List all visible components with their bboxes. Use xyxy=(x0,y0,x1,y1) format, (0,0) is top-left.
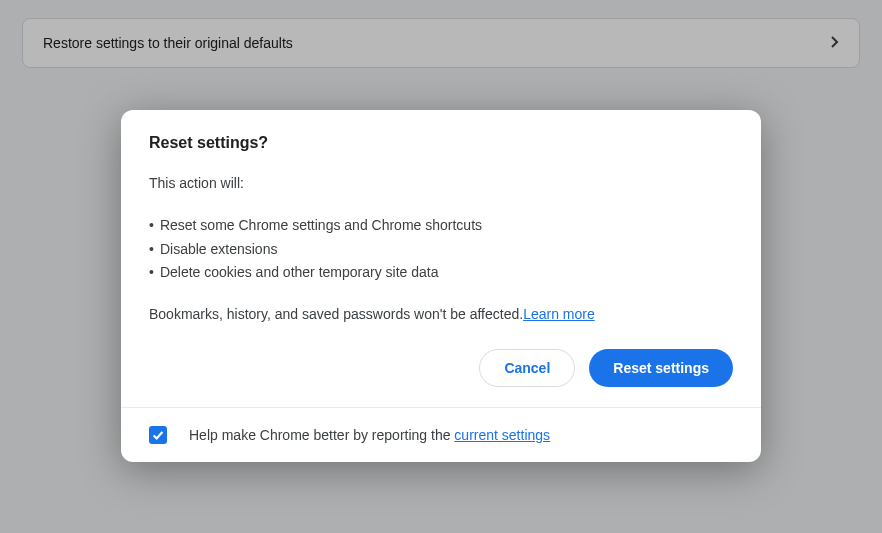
footer-text: Help make Chrome better by reporting the xyxy=(189,427,454,443)
bullet-dot: • xyxy=(149,214,154,238)
bullet-list: •Reset some Chrome settings and Chrome s… xyxy=(149,214,733,285)
bullet-text: Disable extensions xyxy=(160,238,278,262)
bullet-text: Delete cookies and other temporary site … xyxy=(160,261,439,285)
list-item: •Reset some Chrome settings and Chrome s… xyxy=(149,214,733,238)
dialog-title: Reset settings? xyxy=(149,134,733,152)
dialog-content: Reset settings? This action will: •Reset… xyxy=(121,110,761,407)
dialog-intro: This action will: xyxy=(149,172,733,196)
dialog-body: This action will: •Reset some Chrome set… xyxy=(149,172,733,387)
reset-settings-button[interactable]: Reset settings xyxy=(589,349,733,387)
footer-label: Help make Chrome better by reporting the… xyxy=(189,427,550,443)
reset-settings-dialog: Reset settings? This action will: •Reset… xyxy=(121,110,761,462)
report-checkbox[interactable] xyxy=(149,426,167,444)
learn-more-link[interactable]: Learn more xyxy=(523,306,595,322)
check-icon xyxy=(151,428,165,442)
cancel-button[interactable]: Cancel xyxy=(479,349,575,387)
list-item: •Disable extensions xyxy=(149,238,733,262)
bullet-text: Reset some Chrome settings and Chrome sh… xyxy=(160,214,482,238)
list-item: •Delete cookies and other temporary site… xyxy=(149,261,733,285)
dialog-footnote: Bookmarks, history, and saved passwords … xyxy=(149,303,733,327)
bullet-dot: • xyxy=(149,238,154,262)
dialog-footer: Help make Chrome better by reporting the… xyxy=(121,407,761,462)
bullet-dot: • xyxy=(149,261,154,285)
footnote-text: Bookmarks, history, and saved passwords … xyxy=(149,306,523,322)
current-settings-link[interactable]: current settings xyxy=(454,427,550,443)
dialog-actions: Cancel Reset settings xyxy=(149,349,733,387)
